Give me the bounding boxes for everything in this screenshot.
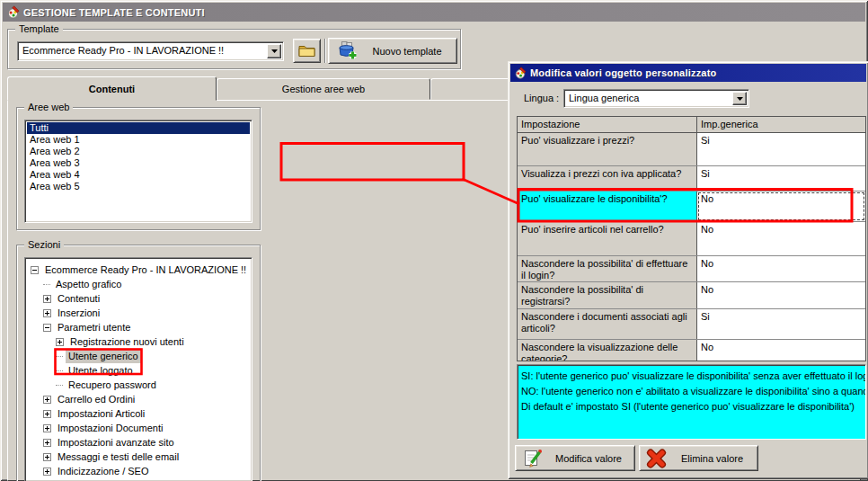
grid-row[interactable]: Visualizza i prezzi con iva applicata?Si	[518, 166, 865, 192]
tab-gestione-aree-web[interactable]: Gestione aree web	[217, 78, 430, 100]
grid-row[interactable]: Nascondere la visualizzazione delle cate…	[518, 340, 865, 361]
tree-item[interactable]: Messaggi e testi delle email	[25, 450, 252, 464]
setting-label-cell[interactable]: Nascondere la visualizzazione delle cate…	[518, 340, 697, 361]
list-item[interactable]: Area web 5	[27, 181, 250, 192]
aree-web-groupbox: Aree web TuttiArea web 1Area web 2Area w…	[16, 107, 261, 230]
grid-row[interactable]: Puo' inserire articoli nel carrello?No	[518, 222, 865, 256]
tree-leaf-stub	[56, 385, 63, 386]
tree-item[interactable]: Carrello ed Ordini	[25, 392, 252, 406]
tree-item-label: Impostazioni Articoli	[55, 406, 147, 421]
chevron-down-icon	[737, 97, 743, 101]
tree-item[interactable]: Registrazione nuovi utenti	[25, 334, 252, 349]
tree-collapse-icon[interactable]	[31, 266, 39, 274]
tree-expand-icon[interactable]	[43, 453, 51, 461]
app-window: GESTIONE TEMPLATE E CONTENUTI Template E…	[0, 0, 868, 481]
tree-item-label: Utente loggato	[66, 363, 136, 378]
setting-label-cell[interactable]: Puo' inserire articoli nel carrello?	[518, 222, 697, 255]
grid-row[interactable]: Nascondere la possibilita' di effettuare…	[518, 256, 865, 282]
dialog-lingua-combobox-value: Lingua generica	[564, 90, 748, 107]
setting-value-cell[interactable]: No	[697, 282, 865, 308]
tree-collapse-icon[interactable]	[43, 324, 51, 332]
template-combobox[interactable]: Ecommerce Ready Pro - IN LAVORAZIONE !!	[17, 41, 284, 61]
tree-item-label: Messaggi e testi delle email	[55, 450, 182, 464]
grid-row[interactable]: Puo' visualizzare le disponibilita'?No	[518, 192, 865, 222]
tree-item[interactable]: Utente loggato	[25, 363, 252, 378]
dialog-title: Modifica valori oggetto personalizzato	[530, 67, 716, 78]
aree-web-listbox[interactable]: TuttiArea web 1Area web 2Area web 3Area …	[24, 120, 252, 223]
delete-value-button[interactable]: Elimina valore	[639, 445, 758, 471]
setting-value-cell[interactable]: Si	[697, 133, 865, 165]
tree-expand-icon[interactable]	[43, 309, 51, 317]
tree-expand-icon[interactable]	[43, 468, 51, 476]
new-template-button[interactable]: Nuovo template	[328, 38, 457, 64]
tree-item-label: Inserzioni	[55, 306, 102, 320]
grid-row[interactable]: Puo' visualizzare i prezzi?Si	[518, 133, 865, 166]
dialog-lingua-combobox[interactable]: Lingua generica	[563, 89, 749, 108]
tree-item[interactable]: Aspetto grafico	[25, 277, 252, 291]
tree-expand-icon[interactable]	[43, 295, 51, 303]
setting-value-cell[interactable]: No	[697, 340, 865, 361]
new-template-icon	[337, 41, 358, 60]
description-line: NO: l'utente generico non e' abilitato a…	[521, 384, 862, 399]
list-item[interactable]: Tutti	[27, 122, 250, 134]
list-item[interactable]: Area web 2	[27, 146, 250, 157]
setting-label-cell[interactable]: Puo' visualizzare le disponibilita'?	[518, 192, 697, 221]
chevron-down-icon	[271, 49, 278, 53]
modify-value-button[interactable]: Modifica valore	[515, 445, 635, 471]
tree-leaf-stub	[43, 284, 50, 285]
grid-row[interactable]: Nascondere i documenti associati agli ar…	[518, 309, 865, 340]
list-item[interactable]: Area web 3	[27, 157, 250, 169]
setting-label-cell[interactable]: Puo' visualizzare i prezzi?	[518, 133, 697, 165]
list-item[interactable]: Area web 1	[27, 134, 250, 146]
column-header[interactable]: Imp.generica	[697, 117, 865, 132]
column-header[interactable]: Impostazione	[518, 117, 697, 132]
template-combobox-arrow[interactable]	[267, 44, 281, 58]
setting-label-cell[interactable]: Nascondere la possibilita' di registrars…	[518, 282, 697, 308]
tab-contenuti-label: Contenuti	[89, 84, 135, 94]
grid-row[interactable]: Nascondere la possibilita' di registrars…	[518, 282, 865, 309]
list-item[interactable]: Area web 4	[27, 169, 250, 181]
modify-value-button-label: Modifica valore	[543, 453, 634, 464]
setting-value-cell[interactable]: No	[697, 192, 865, 221]
tree-item[interactable]: Parametri utente	[25, 320, 252, 334]
sezioni-tree[interactable]: Ecommerce Ready Pro - IN LAVORAZIONE !!A…	[24, 257, 252, 481]
tree-item-label: Impostazioni Documenti	[55, 421, 165, 435]
setting-label-cell[interactable]: Nascondere i documenti associati agli ar…	[518, 309, 697, 339]
tree-item[interactable]: Impostazioni Documenti	[25, 421, 252, 435]
delete-x-icon	[645, 449, 667, 468]
tree-item[interactable]: Contenuti	[25, 291, 252, 306]
tree-item[interactable]: Recupero password	[25, 378, 252, 392]
setting-label-cell[interactable]: Nascondere la possibilita' di effettuare…	[518, 256, 697, 281]
tab-contenuti[interactable]: Contenuti	[7, 76, 217, 101]
tree-item[interactable]: Utente generico	[25, 349, 252, 363]
setting-label-cell[interactable]: Visualizza i prezzi con iva applicata?	[518, 166, 697, 191]
tree-item[interactable]: Inserzioni	[25, 306, 252, 320]
tree-leaf-stub	[56, 356, 63, 357]
tree-expand-icon[interactable]	[56, 338, 64, 346]
template-combobox-value: Ecommerce Ready Pro - IN LAVORAZIONE !!	[18, 42, 283, 60]
dialog-lingua-combobox-arrow[interactable]	[732, 92, 747, 105]
dialog-app-icon	[514, 67, 527, 79]
tree-item[interactable]: Impostazioni Articoli	[25, 406, 252, 421]
setting-value-cell[interactable]: No	[697, 222, 865, 255]
dialog-lingua-label: Lingua :	[524, 93, 559, 103]
dialog-titlebar[interactable]: Modifica valori oggetto personalizzato	[510, 64, 866, 82]
tree-expand-icon[interactable]	[43, 396, 51, 404]
folder-icon	[298, 44, 315, 58]
aree-web-groupbox-label: Aree web	[24, 101, 73, 113]
setting-value-cell[interactable]: Si	[697, 309, 865, 339]
open-template-button[interactable]	[293, 39, 321, 63]
main-titlebar[interactable]: GESTIONE TEMPLATE E CONTENUTI	[3, 3, 865, 22]
setting-value-cell[interactable]: Si	[697, 166, 865, 191]
tree-item[interactable]: Ecommerce Ready Pro - IN LAVORAZIONE !!	[25, 263, 252, 277]
tree-item[interactable]: Indicizzazione / SEO	[25, 464, 252, 478]
tree-expand-icon[interactable]	[43, 424, 51, 432]
tree-item-label: Impostazioni avanzate sito	[55, 435, 177, 450]
dialog-settings-grid[interactable]: ImpostazioneImp.genericaPuo' visualizzar…	[517, 116, 866, 361]
tree-item-label: Contenuti	[55, 291, 102, 306]
setting-value-cell[interactable]: No	[697, 256, 865, 281]
tree-expand-icon[interactable]	[43, 439, 51, 447]
tree-expand-icon[interactable]	[43, 410, 51, 418]
tree-item[interactable]: Impostazioni avanzate sito	[25, 435, 252, 450]
tree-item-label: Utente generico	[66, 349, 141, 363]
